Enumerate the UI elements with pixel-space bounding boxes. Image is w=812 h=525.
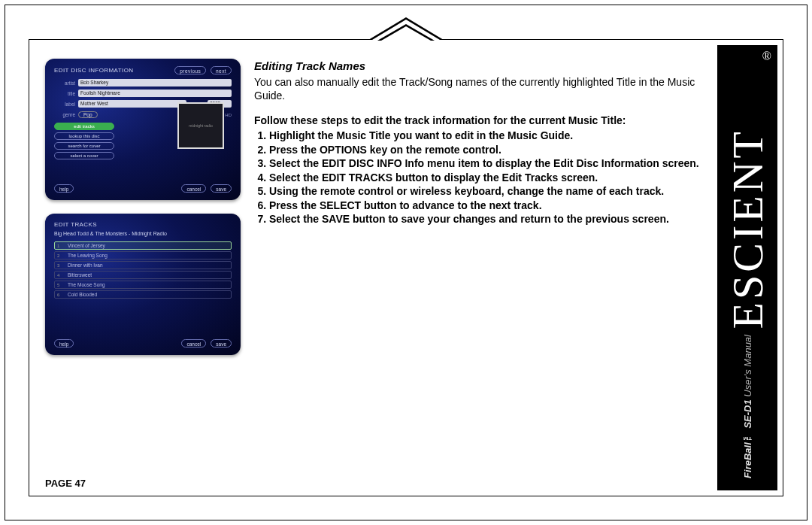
track-num: 4 <box>57 273 65 278</box>
intro-paragraph: You can also manually edit the Track/Son… <box>254 75 699 103</box>
save-button[interactable]: save <box>211 339 232 347</box>
step-item: Using the remote control or wireless key… <box>269 184 699 198</box>
registered-mark: ® <box>762 50 771 63</box>
track-row[interactable]: 4 Bittersweet <box>54 271 232 279</box>
track-num: 5 <box>57 283 65 287</box>
track-row[interactable]: 1 Vincent of Jersey <box>54 241 232 250</box>
screenshot-edit-disc-info: EDIT DISC INFORMATION previous next arti… <box>45 59 241 200</box>
screen2-footer: help cancel save <box>54 339 232 347</box>
album-cover-text: midnight radio <box>189 123 212 128</box>
screen2-title: EDIT TRACKS <box>54 221 97 228</box>
track-num: 2 <box>57 253 65 258</box>
track-num: 1 <box>57 244 65 248</box>
track-row[interactable]: 5 The Moose Song <box>54 281 232 289</box>
step-item: Highlight the Music Title you want to ed… <box>269 129 699 142</box>
next-button[interactable]: next <box>211 66 232 74</box>
search-cover-button[interactable]: search for cover <box>54 142 114 150</box>
steps-list: Highlight the Music Title you want to ed… <box>254 129 699 226</box>
album-cover-thumb: midnight radio <box>177 102 224 149</box>
content-area: EDIT DISC INFORMATION previous next arti… <box>45 59 699 472</box>
screen1-side-buttons: edit tracks lookup this disc search for … <box>54 123 114 159</box>
select-cover-button[interactable]: select a cover <box>54 152 114 159</box>
field-genre[interactable]: Pop <box>78 111 98 118</box>
step-item: Press the OPTIONS key on the remote cont… <box>269 143 699 156</box>
screen1-footer: help cancel save <box>54 184 232 193</box>
screen1-title: EDIT DISC INFORMATION <box>54 67 133 74</box>
track-name: The Moose Song <box>68 282 105 287</box>
cancel-button[interactable]: cancel <box>181 184 206 193</box>
track-row[interactable]: 2 The Leaving Song <box>54 251 232 259</box>
help-button[interactable]: help <box>54 184 74 193</box>
field-label[interactable]: Mother West <box>78 100 186 108</box>
brand-subtitle-doc: User's Manual <box>742 335 753 399</box>
track-name: Dinner with Ivan <box>68 262 103 268</box>
track-name: The Leaving Song <box>68 253 108 258</box>
lookup-disc-button[interactable]: lookup this disc <box>54 132 114 140</box>
screen2-header: EDIT TRACKS <box>54 221 232 228</box>
track-row[interactable]: 3 Dinner with Ivan <box>54 261 232 269</box>
edit-tracks-button[interactable]: edit tracks <box>54 123 114 130</box>
brand-band: ® ESCIENT FireBall™ SE-D1 User's Manual <box>717 45 777 490</box>
brand-name: ESCIENT <box>723 129 773 329</box>
track-num: 3 <box>57 263 65 268</box>
top-notch-inner-fill <box>381 26 431 41</box>
track-num: 6 <box>57 293 65 297</box>
label-label: label <box>54 102 75 107</box>
screen1-header: EDIT DISC INFORMATION previous next <box>54 66 232 74</box>
steps-lead: Follow these steps to edit the track inf… <box>254 114 699 127</box>
label-title: title <box>54 91 75 96</box>
label-genre: genre <box>54 112 75 117</box>
track-name: Bittersweet <box>68 272 92 278</box>
track-name: Cold Blooded <box>68 292 97 297</box>
screenshot-column: EDIT DISC INFORMATION previous next arti… <box>45 59 241 472</box>
step-item: Select the EDIT TRACKS button to display… <box>269 171 699 184</box>
save-button[interactable]: save <box>211 184 232 193</box>
brand-subtitle: FireBall™ SE-D1 User's Manual <box>742 335 753 478</box>
step-item: Select the SAVE button to save your chan… <box>269 212 699 226</box>
section-heading: Editing Track Names <box>254 59 699 74</box>
track-row[interactable]: 6 Cold Blooded <box>54 290 232 299</box>
previous-button[interactable]: previous <box>174 66 206 74</box>
album-line: Big Head Todd & The Monsters - Midnight … <box>54 231 232 236</box>
label-artist: artist <box>54 80 75 86</box>
help-button[interactable]: help <box>54 339 74 347</box>
brand-subtitle-product: FireBall™ SE-D1 <box>742 399 753 478</box>
track-name: Vincent of Jersey <box>68 243 105 248</box>
field-artist[interactable]: Bob Sharkey <box>78 79 232 86</box>
screenshot-edit-tracks: EDIT TRACKS Big Head Todd & The Monsters… <box>45 214 241 355</box>
step-item: Select the EDIT DISC INFO Info menu item… <box>269 156 699 170</box>
field-title[interactable]: Foolish Nightmare <box>78 90 232 97</box>
track-list: 1 Vincent of Jersey 2 The Leaving Song 3… <box>54 241 232 299</box>
step-item: Press the SELECT button to advance to th… <box>269 199 699 212</box>
text-column: Editing Track Names You can also manuall… <box>254 59 699 472</box>
cancel-button[interactable]: cancel <box>181 339 206 347</box>
page-number: PAGE 47 <box>45 478 86 489</box>
